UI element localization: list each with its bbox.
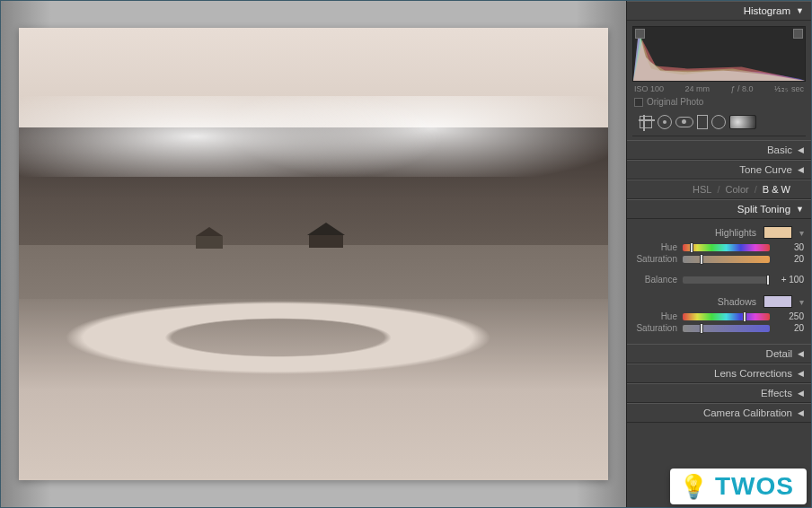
panel-header-basic[interactable]: Basic <box>627 140 811 160</box>
disclosure-down-icon <box>796 205 804 214</box>
adjustment-brush-tool-icon[interactable] <box>729 115 756 129</box>
balance-slider[interactable] <box>683 276 770 284</box>
shadows-color-swatch[interactable] <box>763 295 792 308</box>
split-toning-body: Highlights ▾ Hue 30 Saturation 20 Balanc… <box>627 219 811 344</box>
panel-header-camera-calibration[interactable]: Camera Calibration <box>627 403 811 423</box>
watermark-badge: 💡 TWOS <box>670 469 807 504</box>
shadow-clipping-indicator[interactable] <box>635 29 645 39</box>
highlights-subheader: Highlights ▾ <box>634 226 804 239</box>
histogram-chart[interactable] <box>632 26 806 82</box>
panel-label: Lens Corrections <box>714 368 792 379</box>
disclosure-left-icon <box>798 389 804 398</box>
color-picker-icon[interactable]: ▾ <box>799 297 804 307</box>
slider-label: Hue <box>634 242 677 252</box>
original-photo-row[interactable]: Original Photo <box>632 93 806 110</box>
highlights-saturation-slider[interactable] <box>683 256 770 263</box>
disclosure-left-icon <box>798 349 804 358</box>
panel-label: Effects <box>761 388 792 399</box>
panel-label: Tone Curve <box>739 164 792 175</box>
panel-header-split-toning[interactable]: Split Toning <box>627 199 811 219</box>
hsl-tab-bw[interactable]: B & W <box>760 184 793 195</box>
histogram-svg <box>633 27 805 81</box>
panel-label: Histogram <box>744 5 790 16</box>
highlights-hue-row: Hue 30 <box>634 242 804 252</box>
develop-right-panel: Histogram ISO 100 24 mm ƒ / 8.0 ¹⁄₁₂₅ se… <box>626 1 811 507</box>
tool-strip <box>632 110 806 136</box>
separator: / <box>714 184 722 195</box>
balance-row: Balance + 100 <box>634 275 804 285</box>
slider-label: Saturation <box>634 254 677 264</box>
highlights-saturation-row: Saturation 20 <box>634 254 804 264</box>
panel-header-lens-corrections[interactable]: Lens Corrections <box>627 363 811 383</box>
crop-tool-icon[interactable] <box>640 116 652 128</box>
disclosure-down-icon <box>796 6 804 15</box>
meta-iso: ISO 100 <box>634 84 664 93</box>
meta-aperture: ƒ / 8.0 <box>730 84 753 93</box>
disclosure-left-icon <box>798 408 804 417</box>
photo-barn <box>196 236 223 249</box>
hsl-tab-hsl[interactable]: HSL <box>690 184 714 195</box>
shadows-label: Shadows <box>634 296 756 307</box>
checkbox-icon[interactable] <box>634 98 643 107</box>
panel-header-histogram[interactable]: Histogram <box>627 1 811 21</box>
panel-header-hsl[interactable]: HSL / Color / B & W <box>627 180 811 199</box>
shadows-hue-slider[interactable] <box>683 313 770 320</box>
original-photo-label: Original Photo <box>647 97 703 107</box>
disclosure-left-icon <box>798 165 804 174</box>
meta-shutter: ¹⁄₁₂₅ sec <box>774 84 804 93</box>
panel-header-detail[interactable]: Detail <box>627 344 811 363</box>
slider-value[interactable]: 20 <box>775 323 804 333</box>
slider-label: Balance <box>634 275 677 285</box>
color-picker-icon[interactable]: ▾ <box>799 228 804 238</box>
spot-removal-tool-icon[interactable] <box>658 115 672 129</box>
panel-header-effects[interactable]: Effects <box>627 383 811 403</box>
radial-filter-tool-icon[interactable] <box>711 115 726 129</box>
hsl-tab-color[interactable]: Color <box>722 184 751 195</box>
slider-value[interactable]: 20 <box>775 254 804 264</box>
redeye-tool-icon[interactable] <box>675 117 693 127</box>
photo-clouds <box>19 96 608 178</box>
histogram-metadata: ISO 100 24 mm ƒ / 8.0 ¹⁄₁₂₅ sec <box>632 82 806 93</box>
disclosure-left-icon <box>798 145 804 154</box>
slider-value[interactable]: + 100 <box>775 275 804 285</box>
panel-label: Split Toning <box>737 204 790 215</box>
shadows-hue-row: Hue 250 <box>634 311 804 321</box>
highlights-color-swatch[interactable] <box>763 226 792 239</box>
disclosure-left-icon <box>798 369 804 378</box>
panel-label: Camera Calibration <box>703 407 792 418</box>
slider-label: Saturation <box>634 323 677 333</box>
slider-label: Hue <box>634 311 677 321</box>
photo-road <box>19 276 608 480</box>
meta-focal: 24 mm <box>685 84 710 93</box>
slider-value[interactable]: 30 <box>775 242 804 252</box>
slider-value[interactable]: 250 <box>775 311 804 321</box>
shadows-saturation-row: Saturation 20 <box>634 323 804 333</box>
histogram-section: ISO 100 24 mm ƒ / 8.0 ¹⁄₁₂₅ sec Original… <box>627 21 811 140</box>
panel-label: Detail <box>766 348 792 359</box>
watermark-text: TWOS <box>715 472 794 501</box>
panel-header-tone-curve[interactable]: Tone Curve <box>627 160 811 180</box>
canvas-area <box>1 1 626 507</box>
separator: / <box>752 184 760 195</box>
lightbulb-icon: 💡 <box>679 473 708 501</box>
shadows-saturation-slider[interactable] <box>683 325 770 332</box>
graduated-filter-tool-icon[interactable] <box>697 115 708 129</box>
photo-preview[interactable] <box>19 28 608 480</box>
photo-house <box>307 223 345 248</box>
app-window: Histogram ISO 100 24 mm ƒ / 8.0 ¹⁄₁₂₅ se… <box>0 0 812 508</box>
highlights-hue-slider[interactable] <box>683 244 770 251</box>
shadows-subheader: Shadows ▾ <box>634 295 804 308</box>
highlights-label: Highlights <box>634 227 756 238</box>
highlight-clipping-indicator[interactable] <box>793 29 803 39</box>
panel-label: Basic <box>767 145 792 155</box>
